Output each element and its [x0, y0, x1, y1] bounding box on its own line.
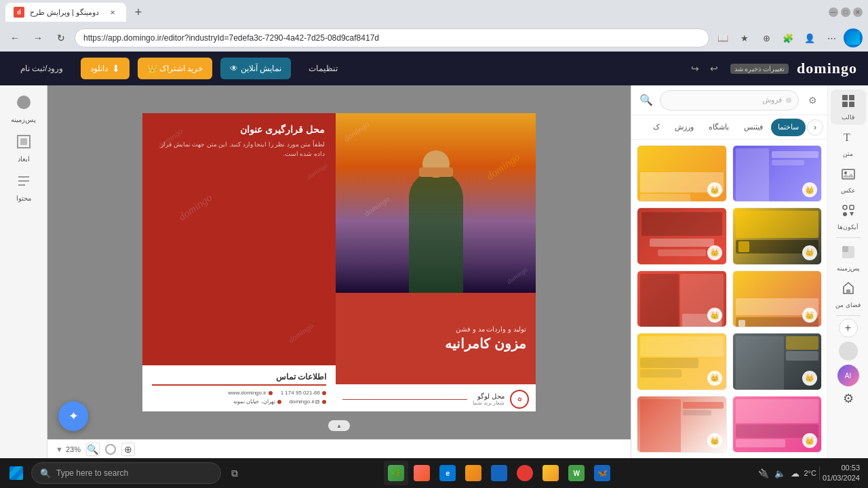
template-card-7[interactable]: 👑	[637, 333, 727, 390]
login-button[interactable]: ورود/ثبت نام	[11, 58, 73, 79]
tray-icon-1[interactable]: 🔌	[757, 467, 770, 480]
search-input[interactable]: فروش	[660, 90, 799, 110]
download-label: دانلود	[90, 64, 108, 73]
tool-content[interactable]: محتوا	[3, 169, 44, 206]
tab-favicon: d	[14, 7, 24, 18]
clock-time: 00:53	[823, 463, 860, 473]
tool-dimensions[interactable]: ابعاد	[3, 130, 44, 167]
maximize-button[interactable]: □	[841, 7, 850, 17]
buy-button[interactable]: خرید اشتراک 👑	[138, 58, 213, 79]
address-bar[interactable]: https://app.domingo.ir/editor?industryId…	[75, 28, 709, 47]
template-label: قالب	[842, 114, 854, 121]
settings-button[interactable]: تنظیمات	[299, 58, 347, 79]
icon-sidebar-myspace[interactable]: فضای من	[831, 277, 866, 312]
dimensions-icon	[16, 134, 31, 152]
contact-title: اطلاعات تماس	[152, 372, 326, 386]
svg-rect-19	[846, 289, 850, 293]
template-card-10[interactable]: 👑	[732, 396, 823, 453]
download-button[interactable]: ⬇ دانلود	[81, 58, 130, 79]
template-card-1[interactable]: 👑	[637, 145, 727, 202]
settings-gear-button[interactable]: ⚙	[837, 388, 859, 409]
icon-sidebar-icons[interactable]: آیکون‌ها	[831, 199, 866, 235]
taskbar-app-1[interactable]: 🌿	[384, 461, 408, 485]
ai-assistant-button[interactable]: AI	[837, 365, 859, 386]
canvas-wrapper[interactable]: domingo domingo domingo domingo محل قرار…	[47, 85, 631, 439]
magic-button[interactable]: ✦	[58, 401, 88, 431]
start-button[interactable]	[3, 460, 30, 487]
photo-label: عکس	[841, 187, 855, 194]
category-prev-button[interactable]: ‹	[807, 119, 823, 136]
system-clock[interactable]: 00:53 01/03/2024	[823, 463, 860, 484]
template-card-3[interactable]: 👑	[637, 207, 727, 264]
favorites-icon[interactable]: ★	[735, 28, 754, 47]
tray-weather[interactable]: ☁	[789, 467, 801, 480]
category-k[interactable]: ک	[646, 119, 667, 136]
taskbar-app-4[interactable]	[461, 461, 486, 485]
settings-label: تنظیمات	[309, 64, 338, 73]
premium-crown-5: 👑	[707, 308, 722, 323]
premium-crown-9: 👑	[707, 433, 722, 448]
icon-sidebar-template[interactable]: قالب	[831, 89, 866, 125]
category-gym[interactable]: باشگاه	[702, 119, 736, 136]
search-placeholder: فروش	[762, 96, 782, 104]
zoom-in-button[interactable]: ⊕	[121, 443, 135, 456]
edge-icon	[844, 28, 863, 47]
close-button[interactable]: ✕	[853, 7, 863, 17]
category-fitness[interactable]: فیتنس	[737, 119, 770, 136]
zoom-out-button[interactable]: 🔍	[86, 443, 100, 456]
browser-tab[interactable]: d دومینگو | ویرایش طرح ✕	[5, 3, 126, 22]
icon-sidebar-photo[interactable]: عکس	[831, 163, 866, 198]
redo-button[interactable]: ↪	[687, 60, 703, 77]
new-tab-button[interactable]: +	[129, 3, 148, 22]
preview-button[interactable]: نمایش آنلاین 👁	[220, 58, 291, 79]
icon-sidebar-text[interactable]: T متن	[831, 126, 866, 161]
collections-icon[interactable]: ⊕	[757, 28, 776, 47]
separator-2	[836, 315, 861, 316]
taskbar-app-6[interactable]	[513, 461, 537, 485]
svg-text:T: T	[844, 131, 850, 143]
website-value: www.domingo.ir	[228, 390, 266, 396]
tab-close-button[interactable]: ✕	[107, 7, 118, 18]
template-search-bar: ⚙ فروش 🔍	[631, 85, 827, 115]
taskbar-app-3[interactable]: e	[435, 461, 460, 485]
taskbar-search-placeholder: Type here to search	[56, 468, 128, 478]
icon-sidebar-background[interactable]: پس‌زمینه	[831, 241, 866, 276]
reader-view-icon[interactable]: 📖	[713, 28, 732, 47]
refresh-button[interactable]: ↻	[52, 28, 71, 47]
add-button[interactable]: +	[839, 319, 858, 338]
taskbar-app-8[interactable]: W	[564, 461, 589, 485]
minimize-button[interactable]: —	[829, 7, 838, 17]
profile-avatar[interactable]	[839, 342, 858, 361]
taskbar-app-2[interactable]	[410, 461, 434, 485]
template-card-5[interactable]: 👑	[637, 270, 727, 327]
svg-marker-16	[850, 212, 854, 216]
template-card-6[interactable]: 👑	[732, 270, 823, 327]
template-icon	[841, 94, 856, 112]
more-button[interactable]: ⋯	[822, 28, 841, 47]
login-label: ورود/ثبت نام	[20, 64, 63, 73]
tray-icon-2[interactable]: 🔈	[773, 467, 787, 480]
icons-label: آیکون‌ها	[837, 224, 859, 230]
address-value: تهران، خیابان نمونه	[233, 399, 275, 405]
taskbar-app-taskview[interactable]: ⧉	[222, 461, 247, 485]
search-icon-button[interactable]: 🔍	[637, 91, 656, 110]
category-sport[interactable]: ورزش	[668, 119, 701, 136]
text-icon: T	[841, 130, 856, 148]
template-card-4[interactable]: 👑	[732, 207, 823, 264]
extensions-icon[interactable]: 🧩	[778, 28, 797, 47]
category-building[interactable]: ساختما	[771, 119, 806, 136]
template-card-9[interactable]: 👑	[637, 396, 727, 453]
filter-button[interactable]: ⚙	[803, 91, 822, 110]
taskbar-app-5[interactable]	[487, 461, 511, 485]
forward-button[interactable]: →	[28, 28, 47, 47]
taskbar-app-9[interactable]: 🦋	[590, 461, 614, 485]
template-card-2[interactable]: 👑	[732, 145, 823, 202]
taskbar-app-7[interactable]	[538, 461, 563, 485]
template-card-8[interactable]: 👑	[732, 333, 823, 390]
expand-handle[interactable]	[328, 420, 350, 431]
undo-button[interactable]: ↩	[706, 60, 722, 77]
tool-background[interactable]: پس‌زمینه	[3, 91, 44, 127]
profile-icon[interactable]: 👤	[800, 28, 819, 47]
back-button[interactable]: ←	[5, 28, 24, 47]
taskbar-search[interactable]: 🔍 Type here to search	[31, 462, 221, 484]
